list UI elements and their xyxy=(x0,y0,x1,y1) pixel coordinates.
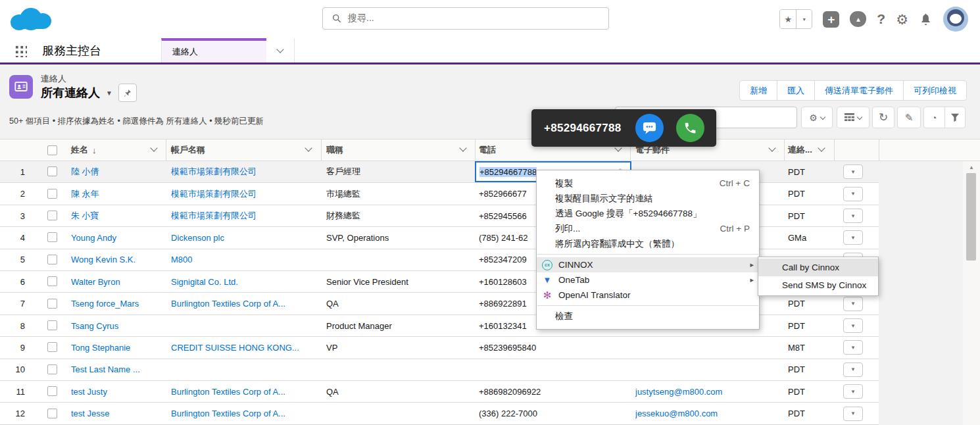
global-search-input[interactable]: 搜尋... xyxy=(322,7,609,30)
context-submenu-item[interactable]: Send SMS by Cinnox xyxy=(758,276,878,294)
display-as-button[interactable] xyxy=(837,107,870,128)
context-menu-extension-onetab[interactable]: ▼OneTab▸ xyxy=(537,272,759,288)
guidance-center-icon[interactable]: ▲ xyxy=(850,11,866,27)
column-header-title[interactable]: 職稱 xyxy=(326,139,343,161)
contact-name-link[interactable]: test Jesse xyxy=(71,403,162,424)
contact-name-link[interactable]: Tong Stephanie xyxy=(71,337,162,358)
notifications-bell-icon[interactable] xyxy=(919,12,933,26)
account-name-link[interactable]: Burlington Textiles Corp of A... xyxy=(171,403,316,424)
context-submenu-item[interactable]: Call by Cinnox xyxy=(758,259,878,276)
row-checkbox[interactable] xyxy=(47,364,57,374)
favorites-star-icon[interactable]: ★ xyxy=(780,10,796,28)
row-actions-button[interactable]: ▾ xyxy=(843,407,863,421)
row-actions-button[interactable]: ▾ xyxy=(843,230,863,245)
account-name-link[interactable]: Burlington Textiles Corp of A... xyxy=(171,381,316,402)
account-name-link[interactable]: 模範市場策劃有限公司 xyxy=(171,183,316,204)
row-actions: ▾ xyxy=(843,381,863,402)
row-actions-button[interactable]: ▾ xyxy=(843,362,863,377)
row-actions-button[interactable]: ▾ xyxy=(843,209,863,223)
column-menu-icon[interactable] xyxy=(305,144,312,151)
row-actions-button[interactable]: ▾ xyxy=(843,297,863,311)
contact-name-link[interactable]: 朱 小寶 xyxy=(71,205,162,226)
context-menu-extension-openai[interactable]: ✻OpenAI Translator xyxy=(537,288,759,303)
column-header-name[interactable]: 姓名↓ xyxy=(71,139,97,161)
refresh-button[interactable]: ↻ xyxy=(872,107,894,128)
scrollbar-thumb[interactable] xyxy=(966,173,976,261)
row-actions-button[interactable]: ▾ xyxy=(843,318,863,333)
global-actions-icon[interactable]: + xyxy=(823,11,839,28)
inline-edit-button[interactable]: ✎ xyxy=(897,107,921,128)
contact-name-link[interactable]: Young Andy xyxy=(71,227,162,248)
row-actions-button[interactable]: ▾ xyxy=(843,340,863,355)
charts-button[interactable]: ◔ xyxy=(924,107,944,128)
context-menu-item[interactable]: 將所選內容翻譯成中文（繁體） xyxy=(537,236,759,251)
contact-name-link[interactable]: Walter Byron xyxy=(71,271,162,292)
user-avatar[interactable] xyxy=(943,7,968,32)
row-actions-button[interactable]: ▾ xyxy=(843,187,863,201)
row-actions-button[interactable]: ▾ xyxy=(843,384,863,399)
tab-contacts[interactable]: 連絡人 xyxy=(161,38,266,63)
row-checkbox[interactable] xyxy=(47,299,57,309)
new-button[interactable]: 新增 xyxy=(739,80,777,101)
account-name-link[interactable]: 模範市場策劃有限公司 xyxy=(171,205,316,226)
row-checkbox[interactable] xyxy=(47,255,57,264)
column-menu-icon[interactable] xyxy=(150,144,157,151)
cinnox-call-button[interactable] xyxy=(676,114,704,142)
row-number: 1 xyxy=(0,161,25,182)
contact-name-link[interactable]: 陳 永年 xyxy=(71,183,162,204)
contact-name-link[interactable]: Tseng force_Mars xyxy=(71,293,162,314)
pin-list-button[interactable] xyxy=(118,84,137,102)
contact-name-link[interactable]: Tsang Cyrus xyxy=(71,315,162,336)
tab-dropdown-button[interactable] xyxy=(266,38,295,63)
select-all-checkbox[interactable] xyxy=(47,145,57,155)
row-checkbox[interactable] xyxy=(47,409,57,418)
column-menu-icon[interactable] xyxy=(818,144,825,151)
favorites-dropdown-icon[interactable]: ▾ xyxy=(796,10,812,28)
column-menu-icon[interactable] xyxy=(459,144,466,151)
row-checkbox[interactable] xyxy=(47,232,57,242)
import-button[interactable]: 匯入 xyxy=(777,80,815,101)
row-checkbox[interactable] xyxy=(47,166,57,176)
row-checkbox[interactable] xyxy=(47,320,57,330)
scroll-up-arrow-icon[interactable]: ▲ xyxy=(969,164,974,170)
row-checkbox[interactable] xyxy=(47,189,57,199)
context-menu-item[interactable]: 列印...Ctrl + P xyxy=(537,221,759,236)
context-menu-item[interactable]: 複製醒目顯示文字的連結 xyxy=(537,191,759,206)
send-list-email-button[interactable]: 傳送清單電子郵件 xyxy=(814,80,904,101)
vertical-scrollbar[interactable]: ▲ xyxy=(963,161,980,425)
email-link[interactable]: jessekuo@m800.com xyxy=(635,403,780,424)
list-view-selector-caret-icon[interactable]: ▼ xyxy=(106,89,112,97)
contact-name-link[interactable]: Test Last Name ... xyxy=(71,359,162,380)
context-menu-item[interactable]: 透過 Google 搜尋「+85294667788」 xyxy=(537,206,759,221)
row-actions-button[interactable]: ▾ xyxy=(843,164,863,179)
printable-view-button[interactable]: 可列印檢視 xyxy=(903,80,967,101)
account-name-link[interactable]: CREDIT SUISSE HONG KONG... xyxy=(171,337,316,358)
column-header-contact[interactable]: 連絡... xyxy=(788,139,812,161)
contact-name-link[interactable]: test Justy xyxy=(71,381,162,402)
row-checkbox[interactable] xyxy=(47,342,57,352)
column-header-phone[interactable]: 電話 xyxy=(479,139,496,161)
context-menu-inspect[interactable]: 檢查 xyxy=(537,309,759,324)
account-name-link[interactable]: Signigital Co. Ltd. xyxy=(171,271,316,292)
contact-name-link[interactable]: Wong Kevin S.K. xyxy=(71,249,162,270)
app-launcher-icon[interactable] xyxy=(14,45,27,57)
account-name-link[interactable]: 模範市場策劃有限公司 xyxy=(171,161,316,182)
chevron-down-icon xyxy=(276,45,283,53)
column-header-account[interactable]: 帳戶名稱 xyxy=(171,139,205,161)
account-name-link[interactable]: M800 xyxy=(171,249,316,270)
setup-gear-icon[interactable]: ⚙ xyxy=(896,12,908,26)
email-link[interactable]: justytseng@m800.com xyxy=(635,381,780,402)
contact-name-link[interactable]: 陸 小倩 xyxy=(71,161,162,182)
row-checkbox[interactable] xyxy=(47,211,57,220)
row-checkbox[interactable] xyxy=(47,276,57,286)
list-settings-button[interactable]: ⚙ xyxy=(801,107,833,128)
row-checkbox[interactable] xyxy=(47,386,57,396)
context-menu-extension-cinnox[interactable]: cxCINNOX▸ xyxy=(537,257,759,272)
filters-button[interactable] xyxy=(944,107,966,128)
account-name-link[interactable]: Burlington Textiles Corp of A... xyxy=(171,293,316,314)
cinnox-chat-button[interactable] xyxy=(635,114,664,142)
help-icon[interactable]: ? xyxy=(877,11,885,27)
account-name-link[interactable]: Dickenson plc xyxy=(171,227,316,248)
column-menu-icon[interactable] xyxy=(768,144,775,151)
context-menu-item[interactable]: 複製Ctrl + C xyxy=(537,176,759,191)
